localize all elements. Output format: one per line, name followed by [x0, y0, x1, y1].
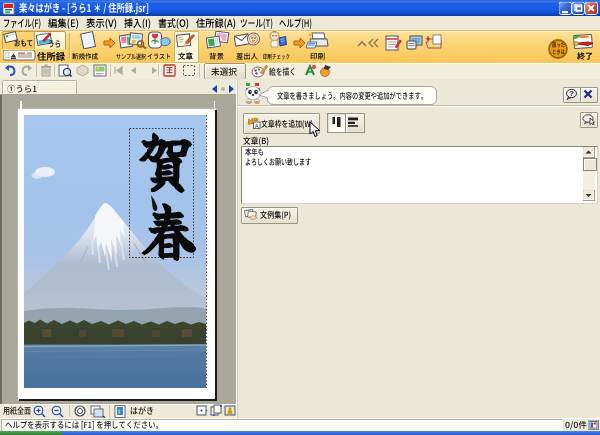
svg-text:A: A	[255, 123, 259, 129]
svg-text:?: ?	[569, 89, 574, 98]
